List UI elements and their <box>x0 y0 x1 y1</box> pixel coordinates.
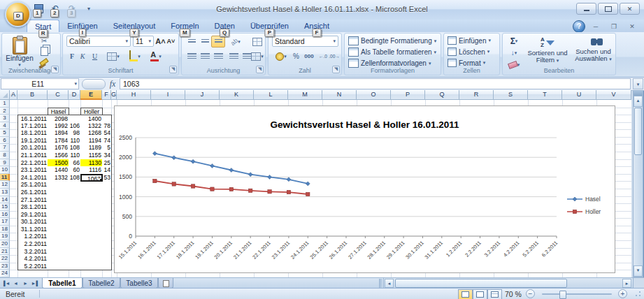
last-sheet-button[interactable]: ►▌ <box>31 279 40 288</box>
resize-grip[interactable] <box>634 291 642 298</box>
alignment-dialog-launcher[interactable]: ◥ <box>256 66 264 73</box>
sheet-tab-tabelle3[interactable]: Tabelle3 <box>120 278 158 289</box>
column-header-V[interactable]: V <box>596 90 631 100</box>
row-header-12[interactable]: 12 <box>0 181 10 189</box>
row-header-1[interactable]: 1 <box>0 100 10 108</box>
font-name-select[interactable]: Calibri▾ <box>66 36 131 47</box>
tab-seitenlayout[interactable]: SeitenlayoutY <box>106 20 164 32</box>
row-header-21[interactable]: 21 <box>0 248 10 256</box>
column-header-P[interactable]: P <box>391 90 425 100</box>
sheet-tab-tabelle1[interactable]: Tabelle1 <box>42 278 83 289</box>
column-header-F[interactable]: F <box>102 90 111 100</box>
zoom-out-button[interactable]: − <box>526 289 535 298</box>
tab-einfuegen[interactable]: EinfügenI <box>59 20 105 32</box>
accounting-format-button[interactable]: ▾ <box>272 50 290 62</box>
zoom-in-button[interactable]: + <box>618 289 627 298</box>
row-header-18[interactable]: 18 <box>0 226 10 233</box>
tab-start[interactable]: StartR <box>27 20 59 32</box>
font-size-select[interactable]: 11▾ <box>133 36 154 47</box>
row-header-13[interactable]: 13 <box>0 189 10 196</box>
row-header-4[interactable]: 4 <box>0 122 10 130</box>
close-button[interactable]: ✕ <box>620 3 640 15</box>
row-header-3[interactable]: 3 <box>0 115 10 122</box>
normal-view-button[interactable] <box>458 289 473 299</box>
align-top-button[interactable] <box>185 36 199 48</box>
insert-cells-button[interactable]: Einfügen▾ <box>448 36 491 45</box>
cell-B23[interactable]: 5.2.2011 <box>17 263 48 271</box>
row-header-22[interactable]: 22 <box>0 255 10 263</box>
row-header-19[interactable]: 19 <box>0 233 10 240</box>
select-all-corner[interactable] <box>0 90 10 100</box>
insert-function-button[interactable]: fx <box>107 78 118 89</box>
column-header-B[interactable]: B <box>17 90 48 100</box>
underline-button[interactable]: U <box>87 50 102 62</box>
autosum-button[interactable]: Σ▾ <box>505 35 523 47</box>
row-header-8[interactable]: 8 <box>0 152 10 159</box>
row-header-6[interactable]: 6 <box>0 137 10 145</box>
align-middle-button[interactable] <box>198 36 212 48</box>
tab-daten[interactable]: DatenQ <box>207 20 243 32</box>
align-right-button[interactable] <box>211 50 225 62</box>
sheet-tab-tabelle2[interactable]: Tabelle2 <box>83 278 120 289</box>
workbook-close-button[interactable]: ✕ <box>624 22 640 32</box>
cell-C23[interactable] <box>48 263 69 271</box>
percent-style-button[interactable]: % <box>290 50 302 62</box>
row-header-23[interactable]: 23 <box>0 263 10 270</box>
column-header-J[interactable]: J <box>185 90 220 100</box>
redo-button[interactable]: ↷ 3 <box>66 3 78 14</box>
horizontal-scroll-thumb[interactable] <box>395 279 567 288</box>
tab-ansicht[interactable]: AnsichtF <box>296 20 337 32</box>
row-header-2[interactable]: 2 <box>0 108 10 115</box>
column-header-L[interactable]: L <box>254 90 288 100</box>
cell-D23[interactable] <box>69 263 81 271</box>
column-header-O[interactable]: O <box>357 90 391 100</box>
help-button[interactable]: ? <box>573 20 585 33</box>
chart[interactable]: Gewichtsverlust Hasel & Holler 16.01.201… <box>114 105 615 273</box>
expand-formula-bar-button[interactable]: ▾ <box>633 78 643 89</box>
find-select-button[interactable]: Suchen und Auswählen ▾ <box>571 35 616 68</box>
column-header-M[interactable]: M <box>288 90 322 100</box>
fill-button[interactable]: ↓▾ <box>505 47 523 59</box>
workbook-restore-button[interactable]: ❐ <box>606 22 622 32</box>
comma-style-button[interactable]: 000 <box>301 50 317 62</box>
scroll-left-button[interactable]: ◄ <box>385 279 394 288</box>
tab-formeln[interactable]: FormelnM <box>163 20 206 32</box>
scroll-up-button[interactable]: ▲ <box>634 96 643 107</box>
sort-filter-button[interactable]: AZ Sortieren und Filtern ▾ <box>524 35 571 68</box>
wrap-text-button[interactable] <box>249 36 266 48</box>
zoom-slider-track[interactable] <box>542 293 612 295</box>
font-dialog-launcher[interactable]: ◥ <box>169 66 177 73</box>
minimize-button[interactable] <box>576 3 596 15</box>
column-header-H[interactable]: H <box>117 90 151 100</box>
number-format-select[interactable]: Standard▾ <box>272 36 338 47</box>
row-header-15[interactable]: 15 <box>0 203 10 211</box>
orientation-button[interactable]: ab▾ <box>227 36 245 48</box>
decrease-indent-button[interactable] <box>227 50 241 62</box>
align-bottom-button[interactable] <box>211 36 225 48</box>
column-header-S[interactable]: S <box>494 90 528 100</box>
column-header-Q[interactable]: Q <box>425 90 459 100</box>
column-header-N[interactable]: N <box>322 90 357 100</box>
insert-worksheet-tab[interactable] <box>158 278 173 289</box>
fill-color-button[interactable]: ▾ <box>126 50 144 62</box>
font-color-button[interactable]: A▾ <box>147 50 165 62</box>
number-dialog-launcher[interactable]: ◥ <box>332 66 340 73</box>
selected-cell[interactable]: 1063 <box>80 174 103 182</box>
cell-F23[interactable] <box>102 263 112 271</box>
qat-customize-button[interactable]: ▾ <box>83 3 95 14</box>
paste-button[interactable]: Einfügen▾ <box>5 35 34 68</box>
next-sheet-button[interactable]: ► <box>21 279 30 288</box>
align-center-button[interactable] <box>198 50 212 62</box>
border-button[interactable]: ▾ <box>105 50 122 62</box>
scroll-right-button[interactable]: ► <box>622 279 631 288</box>
scroll-down-button[interactable]: ▼ <box>634 265 643 277</box>
vertical-scrollbar[interactable]: ▲ ▼ <box>633 90 643 277</box>
undo-button[interactable]: ↶ 2 <box>49 3 62 14</box>
row-header-20[interactable]: 20 <box>0 240 10 248</box>
horizontal-scrollbar[interactable]: ◄ ► <box>383 278 632 289</box>
workbook-minimize-button[interactable]: ─ <box>588 22 603 32</box>
row-header-16[interactable]: 16 <box>0 211 10 219</box>
row-header-14[interactable]: 14 <box>0 196 10 204</box>
conditional-formatting-button[interactable]: Bedingte Formatierung▾ <box>348 36 436 45</box>
bold-button[interactable]: F <box>66 50 78 62</box>
